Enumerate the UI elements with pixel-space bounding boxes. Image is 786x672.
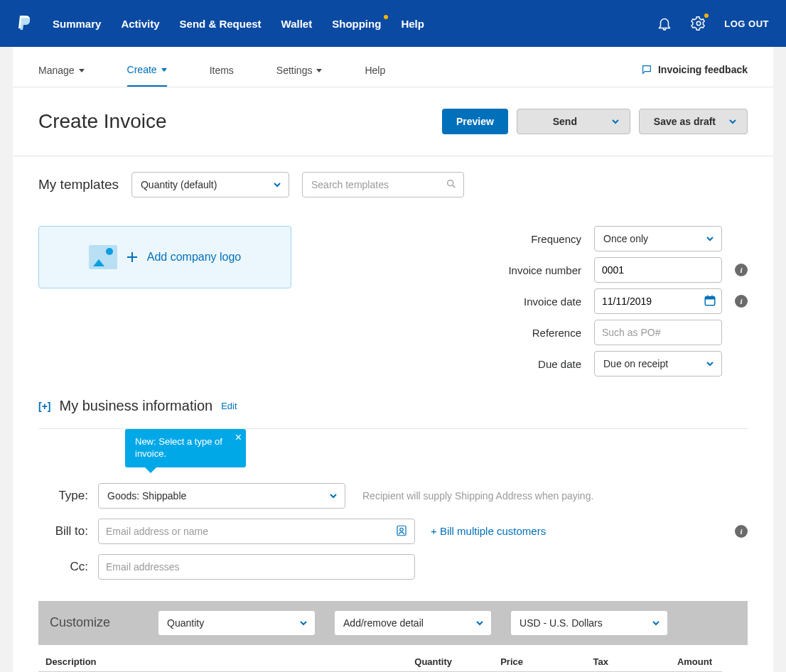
chat-icon	[641, 64, 652, 75]
svg-rect-4	[707, 296, 709, 298]
invoice-subnav: Manage Create Items Settings Help Invoic…	[13, 47, 773, 87]
customize-currency-select[interactable]: USD - U.S. Dollars	[511, 611, 667, 635]
svg-rect-5	[711, 296, 713, 298]
chevron-down-icon	[316, 69, 322, 72]
image-placeholder-icon	[89, 245, 117, 269]
subnav-manage[interactable]: Manage	[38, 65, 85, 86]
frequency-select[interactable]: Once only	[594, 226, 722, 251]
template-select[interactable]: Quantity (default)	[131, 172, 289, 197]
chevron-down-icon	[611, 117, 620, 126]
subnav-create[interactable]: Create	[127, 64, 167, 87]
preview-button[interactable]: Preview	[442, 109, 508, 134]
page-title: Create Invoice	[38, 110, 167, 133]
due-date-label: Due date	[482, 358, 581, 370]
contact-card-icon[interactable]	[395, 524, 408, 540]
nav-activity[interactable]: Activity	[121, 18, 159, 30]
my-templates-label: My templates	[38, 177, 119, 193]
customize-quantity-select[interactable]: Quantity	[158, 611, 315, 635]
chevron-down-icon	[706, 234, 714, 243]
reference-label: Reference	[482, 327, 581, 339]
column-quantity: Quantity	[381, 656, 452, 667]
chevron-down-icon	[79, 69, 85, 72]
send-button[interactable]: Send	[517, 109, 630, 134]
calendar-icon[interactable]	[704, 294, 716, 310]
info-icon[interactable]: i	[735, 525, 748, 538]
expand-business-info-icon[interactable]: [+]	[38, 401, 51, 412]
logout-link[interactable]: LOG OUT	[724, 18, 769, 29]
invoice-type-select[interactable]: Goods: Shippable	[98, 483, 345, 509]
svg-point-0	[697, 21, 701, 26]
chevron-down-icon	[299, 619, 308, 627]
subnav-items[interactable]: Items	[210, 65, 234, 86]
bill-to-label: Bill to:	[38, 524, 88, 538]
info-icon[interactable]: i	[735, 264, 748, 276]
frequency-label: Frequency	[482, 233, 581, 245]
chevron-down-icon	[273, 180, 281, 189]
nav-wallet[interactable]: Wallet	[281, 18, 313, 30]
invoice-number-input[interactable]	[594, 257, 722, 283]
due-date-select[interactable]: Due on receipt	[594, 351, 722, 376]
chevron-down-icon	[161, 68, 167, 72]
edit-business-info-link[interactable]: Edit	[221, 401, 237, 411]
invoice-date-input[interactable]	[594, 288, 722, 314]
settings-gear-icon[interactable]	[690, 15, 707, 32]
column-price: Price	[452, 656, 523, 667]
chevron-down-icon	[329, 492, 338, 500]
reference-input[interactable]	[594, 320, 722, 345]
top-nav: Summary Activity Send & Request Wallet S…	[0, 0, 786, 47]
nav-help[interactable]: Help	[401, 18, 424, 30]
invoicing-feedback-link[interactable]: Invoicing feedback	[641, 64, 748, 75]
bill-multiple-link[interactable]: + Bill multiple customers	[431, 525, 546, 537]
svg-point-7	[400, 528, 404, 531]
business-info-label: My business information	[60, 398, 213, 414]
nav-summary[interactable]: Summary	[53, 18, 101, 30]
invoice-number-label: Invoice number	[482, 264, 581, 276]
chevron-down-icon	[475, 619, 484, 627]
type-hint-text: Recipient will supply Shipping Address w…	[362, 490, 593, 502]
chevron-down-icon	[652, 619, 660, 627]
notifications-bell-icon[interactable]	[656, 15, 673, 32]
svg-rect-6	[397, 526, 406, 536]
paypal-logo-icon[interactable]	[17, 14, 33, 33]
svg-point-1	[448, 180, 453, 186]
nav-send-request[interactable]: Send & Request	[180, 18, 262, 30]
invoice-type-tooltip: New: Select a type of invoice. ×	[125, 429, 246, 467]
bill-to-input[interactable]	[98, 519, 415, 544]
notification-dot-icon	[704, 13, 709, 18]
customize-label: Customize	[48, 615, 110, 630]
add-company-logo-button[interactable]: Add company logo	[38, 226, 291, 288]
column-amount: Amount	[608, 656, 722, 667]
customize-detail-select[interactable]: Add/remove detail	[335, 611, 491, 635]
svg-rect-3	[705, 297, 715, 300]
nav-shopping[interactable]: Shopping	[332, 18, 381, 30]
save-as-draft-button[interactable]: Save as draft	[639, 109, 748, 134]
subnav-help[interactable]: Help	[365, 65, 385, 86]
chevron-down-icon	[706, 359, 714, 368]
chevron-down-icon	[728, 117, 737, 126]
search-icon	[446, 178, 457, 193]
column-tax: Tax	[523, 656, 608, 667]
items-table-header: Description Quantity Price Tax Amount	[38, 656, 748, 671]
invoice-date-label: Invoice date	[482, 296, 581, 308]
column-description: Description	[45, 656, 381, 667]
customize-bar: Customize Quantity Add/remove detail USD…	[38, 601, 748, 645]
type-label: Type:	[38, 489, 88, 503]
info-icon[interactable]: i	[735, 295, 748, 308]
cc-label: Cc:	[38, 560, 88, 574]
search-templates-input[interactable]	[302, 172, 464, 197]
subnav-settings[interactable]: Settings	[276, 65, 323, 86]
notification-dot-icon	[384, 15, 388, 19]
close-tooltip-icon[interactable]: ×	[235, 432, 242, 443]
plus-icon	[127, 252, 137, 262]
cc-input[interactable]	[98, 554, 415, 580]
